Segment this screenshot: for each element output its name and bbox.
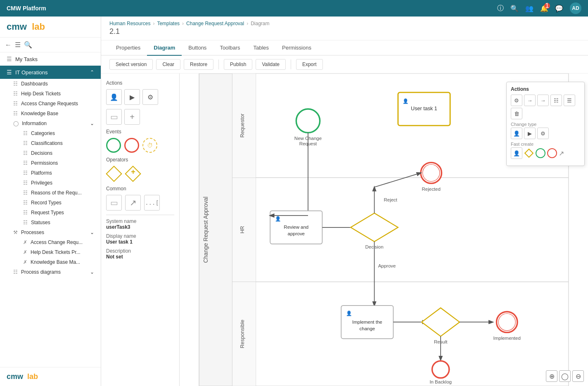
sidebar-item-it-operations[interactable]: ☰ IT Operations ⌃ — [0, 66, 101, 79]
help-icon[interactable]: ⓘ — [497, 4, 504, 13]
sidebar-item-permissions[interactable]: ☷Permissions — [20, 158, 101, 168]
sidebar-sub-it: ☷ Dashboards ☷ Help Desk Tickets ☷ Acces… — [0, 79, 101, 277]
dashboards-icon: ☷ — [13, 81, 18, 87]
sidebar-item-access-change[interactable]: ☷ Access Change Requests — [10, 99, 101, 109]
sidebar-item-record-types[interactable]: ☷Record Types — [20, 198, 101, 208]
tab-toolbars[interactable]: Toolbars — [213, 40, 247, 56]
popup-end-circle[interactable] — [547, 148, 557, 158]
priv-icon: ☷ — [23, 180, 28, 186]
svg-text:change: change — [360, 326, 375, 331]
popup-service-icon[interactable]: ▶ — [524, 128, 536, 139]
information-label: Information — [22, 121, 47, 126]
sidebar-collapse-icon[interactable]: ← — [5, 41, 12, 49]
sidebar-item-request-types[interactable]: ☷Request Types — [20, 208, 101, 218]
sidebar-item-classifications[interactable]: ☷Classifications — [20, 138, 101, 148]
sidebar-item-categories[interactable]: ☷Categories — [20, 128, 101, 138]
annotation-rect-btn[interactable]: ▭ — [106, 195, 122, 211]
sidebar-search-icon[interactable]: 🔍 — [24, 41, 32, 49]
sidebar-item-help-desk[interactable]: ☷ Help Desk Tickets — [10, 89, 101, 99]
breadcrumb-hr[interactable]: Human Resources — [109, 21, 150, 26]
sidebar-item-knowledge-proc[interactable]: ✗Knowledge Base Ma... — [20, 257, 101, 267]
sidebar-item-process-diagrams[interactable]: ☷ Process diagrams ⌄ — [10, 267, 101, 277]
timer-event-shape[interactable]: ⏱ — [142, 138, 157, 153]
export-button[interactable]: Export — [296, 59, 323, 70]
diagram-canvas[interactable]: Change Request Approval Requestor HR Res… — [180, 73, 588, 386]
select-version-button[interactable]: Select version — [109, 59, 153, 70]
svg-text:Review and: Review and — [284, 225, 308, 230]
popup-user-icon[interactable]: 👤 — [511, 128, 522, 139]
sidebar-item-processes[interactable]: ⚒ Processes ⌄ — [10, 227, 101, 237]
rect-icon-btn[interactable]: ▭ — [106, 109, 122, 125]
tab-properties[interactable]: Properties — [109, 40, 147, 56]
chat-icon[interactable]: 💬 — [555, 5, 563, 12]
popup-arrow-right-icon[interactable]: → — [524, 95, 536, 106]
bell-icon[interactable]: 🔔 1 — [540, 5, 548, 12]
sidebar-item-knowledge[interactable]: ☷ Knowledge Base — [10, 109, 101, 118]
popup-start-circle[interactable] — [536, 148, 545, 158]
user-task-icon-btn[interactable]: 👤 — [106, 89, 122, 105]
sidebar-item-information[interactable]: ◯ Information ⌄ — [10, 118, 101, 128]
svg-text:Responsible: Responsible — [239, 320, 245, 348]
popup-actions-label: Actions — [511, 86, 580, 92]
sidebar-item-reasons[interactable]: ☷Reasons of the Requ... — [20, 188, 101, 198]
actions-icons-2: ▭ + — [106, 109, 174, 125]
plat-icon: ☷ — [23, 170, 28, 176]
popup-diamond-icon[interactable] — [524, 148, 534, 158]
end-event-shape[interactable] — [124, 138, 139, 153]
popup-arrow-icon2[interactable]: → — [537, 95, 549, 106]
disp-name-value: User task 1 — [106, 239, 174, 245]
publish-button[interactable]: Publish — [224, 59, 252, 70]
sidebar-item-decisions[interactable]: ☷Decisions — [20, 148, 101, 158]
validate-button[interactable]: Validate — [256, 59, 285, 70]
gateway-exclusive[interactable] — [106, 166, 122, 182]
info-icon: ◯ — [13, 121, 19, 126]
sidebar-item-privileges[interactable]: ☷Privileges — [20, 178, 101, 188]
popup-trash-icon[interactable]: 🗑 — [511, 108, 522, 119]
popup-user2-icon[interactable]: 👤 — [511, 147, 522, 159]
tab-diagram[interactable]: Diagram — [147, 40, 182, 56]
popup-gear-icon[interactable]: ⚙ — [511, 95, 522, 106]
sidebar-item-platforms[interactable]: ☷Platforms — [20, 168, 101, 178]
sidebar-item-helpdesk-proc[interactable]: ✗Help Desk Tickets Pr... — [20, 247, 101, 257]
access-label: Access Change Requests — [21, 101, 78, 107]
zoom-out-button[interactable]: ⊖ — [572, 370, 584, 382]
svg-text:Implemented: Implemented — [493, 336, 521, 341]
plus-icon-btn[interactable]: + — [124, 109, 140, 125]
arrow-btn[interactable]: ↗ — [125, 195, 141, 211]
it-operations-label: IT Operations — [15, 69, 48, 76]
zoom-in-button[interactable]: ⊕ — [546, 370, 557, 382]
tab-tables[interactable]: Tables — [247, 40, 276, 56]
sidebar-item-access-proc[interactable]: ✗Access Change Requ... — [20, 237, 101, 247]
svg-text:HR: HR — [239, 226, 245, 233]
information-submenu: ☷Categories ☷Classifications ☷Decisions … — [10, 128, 101, 227]
avatar[interactable]: AD — [570, 2, 581, 14]
desc-label: Description — [106, 248, 174, 254]
clear-button[interactable]: Clear — [156, 59, 180, 70]
processes-submenu: ✗Access Change Requ... ✗Help Desk Ticket… — [10, 237, 101, 267]
tab-permissions[interactable]: Permissions — [275, 40, 318, 56]
popup-table-icon[interactable]: ☷ — [550, 95, 562, 106]
sidebar-item-statuses[interactable]: ☷Statuses — [20, 218, 101, 227]
bracket-btn[interactable]: ...[ — [144, 195, 160, 211]
sidebar-item-my-tasks[interactable]: ☰ My Tasks — [0, 52, 101, 66]
dec-icon: ☷ — [23, 150, 28, 156]
gateway-parallel[interactable]: + — [125, 166, 141, 182]
proc-icon: ⚒ — [13, 230, 18, 235]
zoom-fit-button[interactable]: ◯ — [559, 370, 571, 382]
breadcrumb-change-request[interactable]: Change Request Approval — [186, 21, 244, 26]
users-icon[interactable]: 👥 — [525, 5, 533, 12]
main-layout: cmw lab ← ☰ 🔍 ☰ My Tasks ☰ IT Operations… — [0, 17, 588, 386]
sidebar-menu-icon[interactable]: ☰ — [15, 41, 21, 49]
tab-buttons[interactable]: Buttons — [182, 40, 213, 56]
popup-arrow-diagonal[interactable]: ↗ — [559, 149, 564, 157]
restore-button[interactable]: Restore — [184, 59, 213, 70]
event-shapes: ⏱ — [106, 138, 174, 153]
service-task-icon-btn[interactable]: ▶ — [124, 89, 140, 105]
sidebar-item-dashboards[interactable]: ☷ Dashboards — [10, 79, 101, 89]
search-icon[interactable]: 🔍 — [510, 5, 519, 12]
gear-icon-btn[interactable]: ⚙ — [142, 89, 158, 105]
popup-gear2-icon[interactable]: ⚙ — [537, 128, 549, 139]
popup-list-icon[interactable]: ☰ — [564, 95, 575, 106]
breadcrumb-templates[interactable]: Templates — [157, 21, 180, 26]
start-event-shape[interactable] — [106, 138, 121, 153]
